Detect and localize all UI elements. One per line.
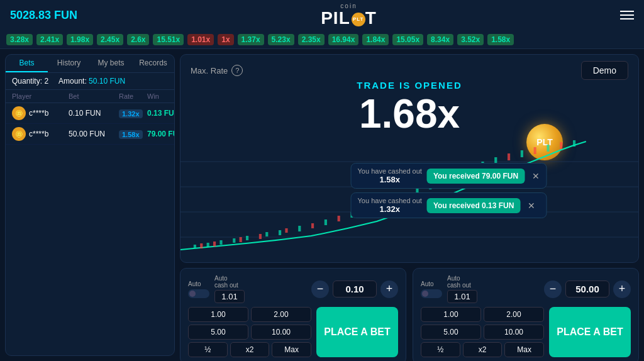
player-cell: 🪙 c****b <box>12 106 69 120</box>
amount-info: Amount: 50.10 FUN <box>58 77 125 86</box>
rate-cell: 1.58x <box>119 128 147 140</box>
quantity-info: Quantity: 2 <box>12 77 48 86</box>
max-rate-section: Max. Rate ? <box>191 65 243 76</box>
amount-label: Amount: <box>58 77 87 86</box>
col-header-rate: Rate <box>119 92 147 100</box>
svg-rect-33 <box>521 150 523 157</box>
ticker-item: 15.51x <box>153 34 184 45</box>
decrease-amount-button[interactable]: − <box>311 280 329 298</box>
tab-bets[interactable]: Bets <box>6 55 48 72</box>
quick-amount-button[interactable]: 10.00 <box>484 325 544 340</box>
demo-button[interactable]: Demo <box>581 61 628 80</box>
amount-input[interactable] <box>333 280 377 297</box>
quick-amount-button[interactable]: 2.00 <box>251 307 311 322</box>
svg-rect-14 <box>279 230 281 235</box>
quick-amount-button[interactable]: 10.00 <box>251 325 311 340</box>
ticker-item: 2.41x <box>36 34 63 45</box>
left-panel: BetsHistoryMy betsRecords Quantity: 2 Am… <box>5 54 175 356</box>
rate-badge: 1.58x <box>119 130 143 139</box>
avatar: 🪙 <box>12 106 26 120</box>
bets-info: Quantity: 2 Amount: 50.10 FUN <box>6 73 174 90</box>
cashout-input-group: Auto cash out <box>447 275 477 303</box>
svg-rect-35 <box>547 145 549 152</box>
bet-cell: 0.10 FUN <box>69 109 119 118</box>
cashout-input-group: Auto cash out <box>214 275 245 303</box>
rate-badge: 1.32x <box>119 109 143 118</box>
col-header-win: Win <box>147 92 175 100</box>
ticker-item: 1.98x <box>67 34 93 45</box>
multiplier-display: 1.68x <box>180 92 638 136</box>
logo: coin PILPLTT <box>321 3 377 27</box>
svg-rect-7 <box>213 242 216 247</box>
cashout-label: You have cashed out <box>358 197 422 204</box>
amount-value: 50.10 FUN <box>89 77 125 86</box>
ticker-item: 1.01x <box>187 34 214 45</box>
cashout-value-input[interactable] <box>447 290 477 303</box>
multiplier-ticker: 3.28x2.41x1.98x2.45x2.6x15.51x1.01x1x1.3… <box>0 30 644 49</box>
cashout-info: You have cashed out 1.58x <box>358 167 422 184</box>
bet-controls-row: 1.002.005.0010.00 ½x2Max PLACE A BET <box>188 307 398 357</box>
tab-history[interactable]: History <box>48 55 90 72</box>
multiplier-button[interactable]: ½ <box>421 342 460 357</box>
place-bet-button[interactable]: PLACE A BET <box>549 307 631 357</box>
table-row: 🪙 c****b 50.00 FUN 1.58x 79.00 FUN <box>6 124 174 145</box>
amount-input[interactable] <box>565 280 609 297</box>
header: 5028.83 FUN coin PILPLTT <box>0 0 644 30</box>
multiplier-button[interactable]: x2 <box>463 342 502 357</box>
ticker-item: 1x <box>218 34 233 45</box>
quick-amount-button[interactable]: 5.00 <box>421 325 481 340</box>
bet-cell: 50.00 FUN <box>69 130 119 138</box>
increase-amount-button[interactable]: + <box>380 280 398 298</box>
quick-amount-button[interactable]: 2.00 <box>484 307 544 322</box>
quick-amount-button[interactable]: 1.00 <box>188 307 248 322</box>
place-bet-button[interactable]: PLACE A BET <box>316 307 398 357</box>
win-cell: 0.13 FUN <box>147 109 175 118</box>
svg-rect-15 <box>285 228 287 233</box>
ticker-item: 15.05x <box>392 34 423 45</box>
auto-label: Auto <box>188 280 209 287</box>
multiplier-button[interactable]: Max <box>504 342 544 357</box>
quick-amount-button[interactable]: 5.00 <box>188 325 248 340</box>
cashout-label: Auto cash out <box>447 275 477 289</box>
quick-amount-button[interactable]: 1.00 <box>421 307 481 322</box>
svg-rect-9 <box>233 238 235 243</box>
increase-amount-button[interactable]: + <box>613 280 631 298</box>
cashout-value-input[interactable] <box>214 290 245 303</box>
right-panel: Max. Rate ? Demo TRADE IS OPENED 1.68x P… <box>180 54 639 356</box>
svg-rect-4 <box>194 245 196 248</box>
bottom-controls: Auto Auto cash out − + 1.002.005.0010.00… <box>180 268 639 356</box>
svg-rect-37 <box>573 140 575 147</box>
cashout-received: You received 0.13 FUN <box>427 198 521 213</box>
cashout-received: You received 79.00 FUN <box>427 169 525 184</box>
svg-rect-19 <box>338 216 340 221</box>
ticker-item: 2.35x <box>298 34 325 45</box>
bet-table: 🪙 c****b 0.10 FUN 1.32x 0.13 FUN 🪙 c****… <box>6 103 174 145</box>
main-layout: BetsHistoryMy betsRecords Quantity: 2 Am… <box>0 49 644 361</box>
svg-rect-8 <box>219 240 222 245</box>
multiplier-button[interactable]: x2 <box>230 342 270 357</box>
tab-records[interactable]: Records <box>132 55 174 72</box>
svg-rect-34 <box>534 147 536 154</box>
bet-controls-row: 1.002.005.0010.00 ½x2Max PLACE A BET <box>421 307 631 357</box>
ticker-item: 5.23x <box>268 34 294 45</box>
decrease-amount-button[interactable]: − <box>544 280 562 298</box>
auto-toggle[interactable] <box>188 289 209 298</box>
quantity-value: 2 <box>44 77 48 86</box>
bet-panel-1: Auto Auto cash out − + 1.002.005.0010.00… <box>180 268 406 361</box>
cashout-notification: You have cashed out 1.32x You received 0… <box>351 192 547 218</box>
ticker-item: 1.58x <box>487 34 514 45</box>
auto-toggle[interactable] <box>421 289 442 298</box>
tab-my-bets[interactable]: My bets <box>90 55 132 72</box>
table-header: PlayerBetRateWin <box>6 90 174 103</box>
close-notification-button[interactable]: ✕ <box>528 201 535 211</box>
help-icon[interactable]: ? <box>231 65 243 76</box>
cashout-value: 1.58x <box>358 175 422 184</box>
multiplier-row: ½x2Max <box>188 342 311 357</box>
ticker-item: 3.28x <box>6 34 33 45</box>
close-notification-button[interactable]: ✕ <box>532 171 540 181</box>
multiplier-button[interactable]: Max <box>272 342 311 357</box>
svg-rect-13 <box>265 232 268 236</box>
avatar: 🪙 <box>12 127 26 141</box>
menu-button[interactable] <box>620 11 634 19</box>
multiplier-button[interactable]: ½ <box>188 342 228 357</box>
